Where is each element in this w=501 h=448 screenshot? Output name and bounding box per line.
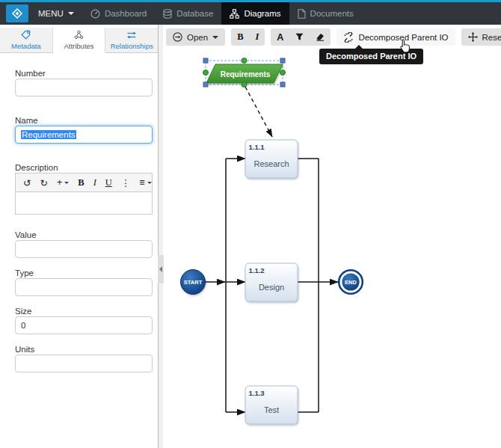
- open-button[interactable]: Open: [166, 28, 225, 46]
- corner-handle[interactable]: [280, 82, 285, 87]
- node-number: 1.1.1: [249, 143, 265, 151]
- corner-handle[interactable]: [203, 82, 208, 87]
- tab-metadata[interactable]: Metadata: [0, 28, 53, 53]
- description-label: Description: [15, 163, 153, 173]
- diagram-canvas[interactable]: Open B I A Decomposed Parent IO: [163, 25, 501, 448]
- number-input[interactable]: [15, 79, 153, 96]
- node-name: Research: [253, 159, 289, 168]
- open-circle-arrow-icon: [173, 32, 182, 42]
- richtext-toolbar: ↺ ↻ + B I U ⋮ ≡: [15, 173, 153, 192]
- underline-button[interactable]: U: [102, 177, 115, 188]
- selected-text: Requirements: [21, 130, 76, 139]
- start-node[interactable]: START: [181, 270, 206, 295]
- decomposed-parent-io-button[interactable]: Decomposed Parent IO: [336, 28, 455, 46]
- mid-handle[interactable]: [242, 82, 247, 88]
- type-input[interactable]: [15, 278, 153, 296]
- nav-item-documents[interactable]: Documents: [289, 2, 362, 25]
- size-label: Size: [15, 307, 153, 316]
- nav-item-database[interactable]: Database: [155, 2, 221, 25]
- tab-label: Metadata: [11, 42, 41, 50]
- filter-button[interactable]: [289, 28, 310, 46]
- nav-item-dashboard[interactable]: Dashboard: [82, 2, 155, 25]
- open-label: Open: [187, 33, 208, 42]
- plus-icon: +: [57, 177, 62, 188]
- font-color-button[interactable]: A: [271, 28, 289, 46]
- caret-down-icon: [68, 12, 74, 15]
- units-input[interactable]: [15, 355, 153, 372]
- name-label: Name: [15, 116, 153, 126]
- reset-placement-button[interactable]: Reset Placement: [461, 28, 501, 46]
- diamond-logo-icon: [6, 4, 28, 22]
- field-number: Number: [15, 69, 153, 96]
- action-node-test[interactable]: 1.1.3 Test: [245, 386, 298, 424]
- italic-button[interactable]: I: [249, 28, 265, 46]
- field-size: Size: [15, 307, 153, 334]
- value-input[interactable]: [15, 240, 153, 258]
- gauge-icon: [90, 9, 100, 19]
- requirements-label: Requirements: [221, 70, 271, 79]
- corner-handle[interactable]: [203, 58, 208, 63]
- app-window: MENU Dashboard Database Diagrams Documen…: [0, 0, 501, 448]
- swap-arrows-icon: [126, 31, 137, 40]
- properties-sidebar: Metadata Attributes Relationships Number…: [0, 25, 158, 448]
- sidebar-scrollbar[interactable]: [158, 25, 163, 448]
- format-group: A: [271, 28, 331, 46]
- tab-label: Relationships: [111, 42, 153, 50]
- attributes-form: Number Name Requirements Description ↺ ↻…: [0, 53, 158, 372]
- sidebar-tabs: Metadata Attributes Relationships: [0, 28, 158, 53]
- menu-dropdown[interactable]: MENU: [30, 2, 82, 25]
- description-textarea[interactable]: [15, 192, 153, 215]
- more-options-icon[interactable]: ⋮: [118, 177, 134, 188]
- move-arrows-icon: [468, 32, 478, 42]
- caret-down-icon: [147, 182, 152, 184]
- input-shape-requirements[interactable]: Requirements: [203, 58, 286, 88]
- decomposition-edge: [245, 87, 272, 137]
- bold-button[interactable]: B: [75, 177, 87, 188]
- eraser-button[interactable]: [310, 28, 331, 46]
- bold-button[interactable]: B: [231, 28, 249, 46]
- caret-down-icon: [212, 36, 218, 39]
- name-input[interactable]: Requirements: [15, 126, 153, 144]
- type-label: Type: [15, 269, 153, 278]
- action-node-research[interactable]: 1.1.1 Research: [245, 140, 298, 178]
- mid-handle[interactable]: [242, 58, 247, 64]
- undo-icon[interactable]: ↺: [20, 177, 34, 188]
- units-label: Units: [15, 345, 153, 355]
- insert-button[interactable]: +: [54, 177, 72, 188]
- sitemap-icon: [230, 9, 239, 19]
- mid-handle[interactable]: [280, 70, 286, 76]
- end-label: END: [345, 279, 357, 286]
- molecule-icon: [74, 30, 84, 40]
- align-button[interactable]: ≡: [136, 177, 154, 188]
- nav-item-label: Database: [176, 9, 213, 18]
- nav-item-diagrams[interactable]: Diagrams: [221, 2, 289, 25]
- field-description: Description ↺ ↻ + B I U ⋮ ≡: [15, 163, 153, 215]
- redo-icon[interactable]: ↻: [37, 177, 50, 188]
- diagram-toolbar: Open B I A Decomposed Parent IO: [166, 28, 501, 46]
- italic-button[interactable]: I: [90, 177, 99, 188]
- tab-relationships[interactable]: Relationships: [105, 28, 158, 53]
- tab-attributes[interactable]: Attributes: [53, 28, 106, 53]
- node-number: 1.1.3: [249, 389, 265, 397]
- node-name: Test: [264, 405, 279, 414]
- start-label: START: [184, 279, 203, 286]
- end-node[interactable]: END: [339, 270, 363, 294]
- size-input[interactable]: [15, 316, 153, 334]
- app-logo[interactable]: [0, 2, 30, 25]
- tag-icon: [21, 30, 31, 40]
- mid-handle[interactable]: [203, 70, 209, 76]
- align-icon: ≡: [139, 177, 144, 188]
- text-style-group: B I: [231, 28, 265, 46]
- nav-item-label: Documents: [310, 9, 354, 18]
- corner-handle[interactable]: [280, 58, 285, 63]
- reset-label: Reset Placement: [482, 33, 501, 42]
- field-units: Units: [15, 345, 153, 372]
- caret-down-icon: [64, 182, 69, 184]
- sidebar-collapse-handle[interactable]: [158, 255, 164, 283]
- action-node-design[interactable]: 1.1.2 Design: [245, 263, 298, 301]
- nav-item-label: Dashboard: [105, 9, 147, 18]
- action-diagram[interactable]: Requirements 1.1.1 Research: [163, 49, 501, 448]
- broken-link-icon: [343, 32, 354, 43]
- eraser-icon: [316, 33, 325, 41]
- funnel-icon: [295, 33, 304, 41]
